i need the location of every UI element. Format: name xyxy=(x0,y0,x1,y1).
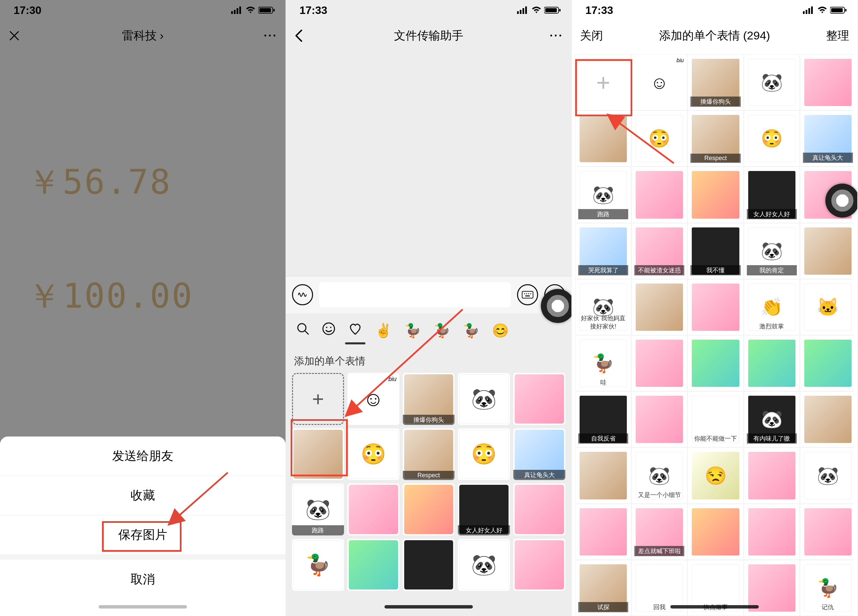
sticker-tile[interactable]: 🐼跑路 xyxy=(575,166,631,222)
sheet-cancel[interactable]: 取消 xyxy=(0,560,286,599)
sticker-tile[interactable] xyxy=(687,166,743,222)
sticker-tile[interactable]: 🐼 xyxy=(800,447,854,504)
sticker-tile[interactable] xyxy=(575,504,631,560)
nav-bar: 关闭 添加的单个表情 (294) 整理 xyxy=(572,20,857,51)
sticker-tile[interactable]: 🐼好家伙 我他妈直接好家伙! xyxy=(575,279,631,335)
sticker-tile[interactable]: ☺biu xyxy=(631,54,687,110)
sticker-tile[interactable] xyxy=(744,447,800,504)
sticker-tile[interactable]: 😒 xyxy=(687,447,743,504)
sticker-tile[interactable]: 😳 xyxy=(458,428,510,481)
sticker-tile[interactable]: 🐼跑路 xyxy=(292,484,344,535)
sticker-tile[interactable] xyxy=(513,484,565,535)
sticker-tile[interactable]: 😳 xyxy=(744,110,800,166)
screenshot-3: 17:33 关闭 添加的单个表情 (294) 整理 +☺biu捶爆你狗头🐼😳Re… xyxy=(572,0,858,616)
keyboard-icon xyxy=(522,291,533,299)
screenshot-2: 17:33 文件传输助手 ··· + xyxy=(286,0,572,616)
assistive-touch-button[interactable] xyxy=(825,184,858,218)
svg-point-25 xyxy=(330,327,331,328)
status-time: 17:33 xyxy=(585,4,613,17)
chat-area[interactable] xyxy=(286,51,572,276)
svg-rect-33 xyxy=(845,9,846,12)
sticker-tile[interactable]: 自我反省 xyxy=(575,391,631,447)
status-bar: 17:33 xyxy=(286,0,572,20)
status-icons xyxy=(517,6,561,14)
sticker-tile[interactable] xyxy=(403,539,455,591)
sticker-tile[interactable] xyxy=(800,223,854,279)
sheet-favorite[interactable]: 收藏 xyxy=(0,476,286,515)
sticker-tile[interactable] xyxy=(800,391,854,447)
svg-rect-30 xyxy=(811,6,813,14)
sticker-tile[interactable]: 🐼又是一个小细节 xyxy=(631,447,687,504)
sticker-tile[interactable]: 我不懂 xyxy=(687,223,743,279)
voice-input-button[interactable] xyxy=(292,284,313,305)
svg-rect-28 xyxy=(806,10,807,14)
sticker-tile[interactable]: 真让龟头大 xyxy=(513,428,565,481)
sticker-tile[interactable] xyxy=(800,504,854,560)
svg-rect-27 xyxy=(803,11,805,14)
manage-button[interactable]: 整理 xyxy=(826,20,849,51)
back-button[interactable] xyxy=(294,20,303,51)
close-button[interactable]: 关闭 xyxy=(580,20,603,51)
sticker-tile[interactable]: 女人好女人好 xyxy=(458,484,510,535)
svg-point-19 xyxy=(530,293,531,294)
tab-emoji[interactable] xyxy=(322,322,336,339)
nav-bar: 文件传输助手 ··· xyxy=(286,20,572,51)
sticker-tile[interactable]: 女人好女人好 xyxy=(744,166,800,222)
sticker-tile[interactable] xyxy=(800,335,854,391)
wifi-icon xyxy=(817,6,827,14)
svg-line-26 xyxy=(347,310,463,415)
sticker-tile[interactable]: 你能不能做一下 xyxy=(687,391,743,447)
sticker-tile[interactable]: 🦆 xyxy=(292,539,344,591)
keyboard-button[interactable] xyxy=(517,284,538,305)
sticker-tile[interactable]: 真让龟头大 xyxy=(800,110,854,166)
sticker-tile[interactable]: Respect xyxy=(403,428,455,481)
tab-search[interactable] xyxy=(296,322,310,339)
sticker-tile[interactable]: 🐱 xyxy=(800,279,854,335)
sticker-tile[interactable] xyxy=(347,539,399,591)
more-button[interactable]: ··· xyxy=(550,20,563,51)
sticker-tile[interactable]: 差点就喊下班啦 xyxy=(631,504,687,560)
assistive-touch-button[interactable] xyxy=(541,289,572,323)
sticker-tile[interactable] xyxy=(687,279,743,335)
tab-pack-5[interactable]: 😊 xyxy=(492,322,509,339)
sticker-tile[interactable]: 👏激烈鼓掌 xyxy=(744,279,800,335)
sticker-tile[interactable]: 🐼有内味儿了嗷 xyxy=(744,391,800,447)
sticker-tile[interactable] xyxy=(631,391,687,447)
sticker-tile[interactable] xyxy=(800,54,854,110)
add-sticker-button[interactable]: + xyxy=(292,373,344,425)
sticker-tile[interactable]: 捶爆你狗头 xyxy=(687,54,743,110)
annotation-arrow-icon xyxy=(340,306,469,422)
sticker-tile[interactable] xyxy=(687,335,743,391)
annotation-box xyxy=(291,419,348,476)
sticker-tile[interactable] xyxy=(744,335,800,391)
sticker-tile[interactable]: 😳 xyxy=(347,428,399,481)
sticker-tile[interactable]: 🐼 xyxy=(744,54,800,110)
sticker-tile[interactable] xyxy=(631,279,687,335)
sticker-tile[interactable]: Respect xyxy=(687,110,743,166)
battery-icon xyxy=(544,6,561,14)
sticker-tile[interactable] xyxy=(347,484,399,535)
sticker-tile[interactable]: 哭死我算了 xyxy=(575,223,631,279)
svg-line-22 xyxy=(305,331,308,334)
sticker-tile[interactable]: 不能被渣女迷惑 xyxy=(631,223,687,279)
sticker-tile[interactable] xyxy=(575,447,631,504)
sticker-tile[interactable] xyxy=(403,484,455,535)
sheet-send-to-friend[interactable]: 发送给朋友 xyxy=(0,437,286,476)
sticker-tile[interactable] xyxy=(744,504,800,560)
sticker-tile[interactable]: 🐼我的肯定 xyxy=(744,223,800,279)
sticker-tile[interactable]: 🦆哇 xyxy=(575,335,631,391)
sticker-tile[interactable] xyxy=(513,539,565,591)
nav-title: 添加的单个表情 (294) xyxy=(659,28,770,44)
sticker-tile[interactable] xyxy=(631,335,687,391)
svg-point-23 xyxy=(323,323,334,334)
sticker-tile[interactable] xyxy=(687,504,743,560)
svg-rect-9 xyxy=(520,10,521,14)
svg-rect-15 xyxy=(522,291,533,298)
message-input[interactable] xyxy=(319,282,511,307)
sticker-tile[interactable] xyxy=(631,166,687,222)
sticker-tile[interactable] xyxy=(513,373,565,425)
annotation-box xyxy=(575,59,632,116)
sticker-tile[interactable]: 🐼 xyxy=(458,539,510,591)
home-indicator xyxy=(0,599,286,616)
status-time: 17:33 xyxy=(300,4,327,17)
